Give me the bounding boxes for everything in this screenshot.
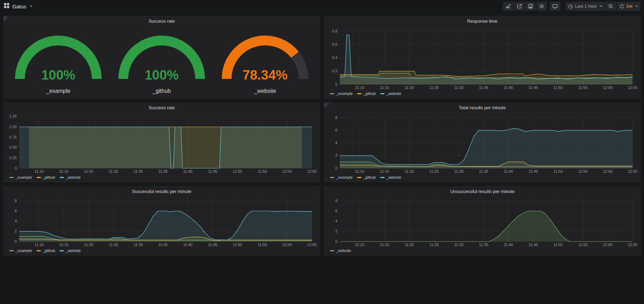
panel-title[interactable]: Unsuccessful results per minute xyxy=(327,187,637,195)
save-button[interactable] xyxy=(525,2,536,11)
svg-text:0: 0 xyxy=(335,166,337,170)
svg-text:4: 4 xyxy=(335,219,337,223)
svg-text:0: 0 xyxy=(15,166,17,170)
line-chart-svg: 0246811:1011:1511:2011:2511:3011:3511:40… xyxy=(7,195,317,247)
svg-text:12:05: 12:05 xyxy=(307,243,317,247)
line-chart-svg: 00.250.500.751.001.2511:1011:1511:2011:2… xyxy=(7,112,317,174)
series-color-dash xyxy=(330,177,334,178)
gauge-chart[interactable]: 100%_example100%_github78.34%_website xyxy=(7,25,317,97)
legend-item-website[interactable]: _website xyxy=(380,91,401,96)
legend-label: _website xyxy=(386,91,401,96)
info-icon: i xyxy=(325,102,326,106)
legend: _example_github_website xyxy=(327,90,637,97)
zoom-out-button[interactable] xyxy=(606,2,616,11)
line-chart-response-time[interactable]: 00.20.40.60.811:1011:1511:2011:2511:3011… xyxy=(327,25,637,90)
svg-text:12:00: 12:00 xyxy=(603,243,613,247)
navbar: Gatus Last 1 hour xyxy=(0,0,644,13)
series-color-dash xyxy=(37,177,41,178)
panel-success-rate-graph: Success rate 00.250.500.751.001.2511:101… xyxy=(3,102,321,183)
svg-text:0.6: 0.6 xyxy=(332,42,337,46)
svg-text:0: 0 xyxy=(15,239,17,244)
tv-mode-icon xyxy=(552,3,558,9)
svg-text:11:50: 11:50 xyxy=(554,169,563,173)
legend-item-website[interactable]: _website xyxy=(330,249,351,253)
refresh-button[interactable]: 1m xyxy=(617,2,641,11)
svg-text:0.50: 0.50 xyxy=(9,145,17,149)
add-panel-button[interactable] xyxy=(503,2,513,11)
legend-label: _example xyxy=(336,91,353,96)
panel-title[interactable]: Total results per minute xyxy=(327,103,637,112)
svg-text:11:45: 11:45 xyxy=(529,169,538,173)
panel-title[interactable]: Success rate xyxy=(7,17,317,25)
svg-text:0.25: 0.25 xyxy=(9,156,17,160)
legend-label: _example xyxy=(15,175,32,179)
legend-item-website[interactable]: _website xyxy=(60,175,81,179)
svg-text:11:50: 11:50 xyxy=(233,169,242,173)
info-corner-icon[interactable]: i xyxy=(3,16,10,23)
svg-text:11:25: 11:25 xyxy=(430,169,439,173)
legend-item-example[interactable]: _example xyxy=(330,91,353,96)
legend-item-example[interactable]: _example xyxy=(330,175,353,179)
svg-text:100%: 100% xyxy=(145,68,178,82)
line-chart-success-rate[interactable]: 00.250.500.751.001.2511:1011:1511:2011:2… xyxy=(7,112,317,174)
line-chart-successful-results[interactable]: 0246811:1011:1511:2011:2511:3011:3511:40… xyxy=(7,195,317,247)
svg-text:1.00: 1.00 xyxy=(9,125,17,129)
svg-text:6: 6 xyxy=(335,209,337,213)
svg-text:12:05: 12:05 xyxy=(628,169,637,173)
share-button[interactable] xyxy=(514,2,525,11)
line-chart-total-results[interactable]: 0246811:1011:1511:2011:2511:3011:3511:40… xyxy=(327,112,637,174)
svg-text:11:15: 11:15 xyxy=(380,86,389,90)
svg-text:11:15: 11:15 xyxy=(59,243,68,247)
legend-item-website[interactable]: _website xyxy=(380,175,401,179)
svg-text:0.75: 0.75 xyxy=(9,135,17,139)
cycle-view-button[interactable] xyxy=(550,2,561,11)
svg-text:8: 8 xyxy=(15,199,17,203)
svg-text:11:25: 11:25 xyxy=(109,243,118,247)
series-color-dash xyxy=(60,177,64,178)
svg-text:11:25: 11:25 xyxy=(430,243,439,247)
time-range-label: Last 1 hour xyxy=(575,4,597,9)
panel-total-results: i Total results per minute 0246811:1011:… xyxy=(323,102,641,183)
svg-text:11:20: 11:20 xyxy=(404,86,414,90)
legend-item-github[interactable]: _github xyxy=(357,175,376,179)
svg-text:11:30: 11:30 xyxy=(134,243,143,247)
svg-text:11:20: 11:20 xyxy=(404,169,414,173)
svg-text:11:45: 11:45 xyxy=(529,86,538,90)
info-corner-icon[interactable]: i xyxy=(324,102,331,109)
legend: _website xyxy=(327,247,637,254)
info-icon: i xyxy=(5,16,6,20)
svg-text:11:15: 11:15 xyxy=(59,169,68,173)
panel-title[interactable]: Response time xyxy=(327,17,637,25)
svg-text:2: 2 xyxy=(335,153,337,157)
svg-text:11:25: 11:25 xyxy=(109,169,118,173)
legend-item-example[interactable]: _example xyxy=(9,175,32,179)
settings-button[interactable] xyxy=(536,2,547,11)
time-picker-button[interactable]: Last 1 hour xyxy=(565,2,605,11)
svg-text:11:10: 11:10 xyxy=(34,169,44,173)
series-color-dash xyxy=(37,250,41,251)
svg-text:12:05: 12:05 xyxy=(628,243,637,247)
legend-item-github[interactable]: _github xyxy=(37,249,55,253)
svg-text:6: 6 xyxy=(15,209,17,213)
legend-item-github[interactable]: _github xyxy=(37,175,55,179)
svg-text:11:35: 11:35 xyxy=(159,243,168,247)
legend-item-website[interactable]: _website xyxy=(60,249,81,253)
panel-title[interactable]: Successful results per minute xyxy=(7,187,317,195)
dashboard-grid: i Success rate 100%_example100%_github78… xyxy=(0,13,644,259)
svg-text:8: 8 xyxy=(335,116,337,120)
panel-title[interactable]: Success rate xyxy=(7,103,317,112)
svg-text:11:40: 11:40 xyxy=(504,86,513,90)
gear-icon xyxy=(539,3,544,9)
chevron-down-icon xyxy=(635,6,638,7)
line-chart-svg: 0246811:1011:1511:2011:2511:3011:3511:40… xyxy=(327,112,637,174)
series-color-dash xyxy=(330,250,334,251)
legend-item-example[interactable]: _example xyxy=(9,249,32,253)
dashboard-title[interactable]: Gatus xyxy=(12,3,26,9)
save-icon xyxy=(528,3,533,9)
line-chart-unsuccessful-results[interactable]: 0246811:1011:1511:2011:2511:3011:3511:40… xyxy=(327,195,637,247)
apps-grid-icon[interactable] xyxy=(3,2,10,10)
svg-text:12:00: 12:00 xyxy=(282,169,292,173)
svg-text:11:40: 11:40 xyxy=(183,243,193,247)
legend-item-github[interactable]: _github xyxy=(357,91,376,96)
svg-text:2: 2 xyxy=(335,229,337,233)
